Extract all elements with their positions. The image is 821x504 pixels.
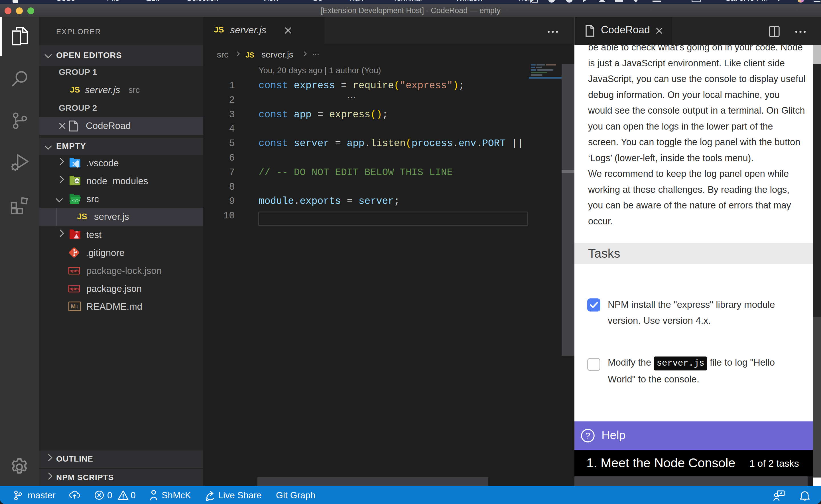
svg-text:</>: </>	[72, 198, 79, 203]
svg-text:?: ?	[585, 431, 590, 440]
svg-text:JS: JS	[75, 179, 79, 183]
